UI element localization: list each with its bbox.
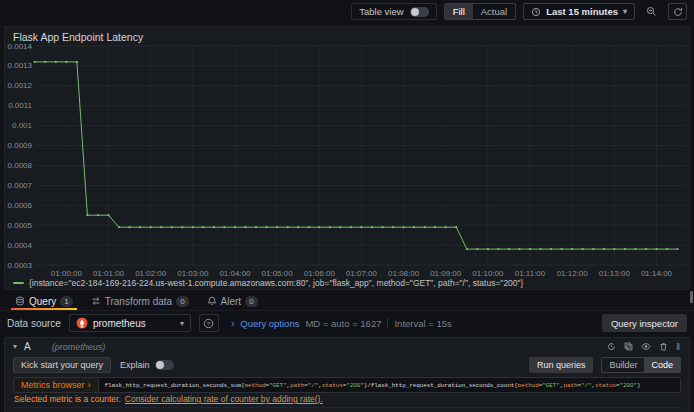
svg-text:0.001: 0.001 bbox=[12, 121, 33, 130]
metrics-browser-button[interactable]: Metrics browser › bbox=[14, 378, 99, 392]
datasource-help-button[interactable]: ? bbox=[199, 314, 219, 332]
svg-text:0.0007: 0.0007 bbox=[8, 181, 33, 190]
datasource-picker[interactable]: prometheus ▾ bbox=[69, 314, 191, 332]
builder-button[interactable]: Builder bbox=[602, 358, 644, 372]
datasource-label: Data source bbox=[7, 318, 61, 329]
code-button[interactable]: Code bbox=[644, 358, 680, 372]
table-view-toggle[interactable] bbox=[410, 7, 429, 17]
datasource-name: prometheus bbox=[93, 318, 146, 329]
svg-text:01:14:00: 01:14:00 bbox=[641, 269, 673, 278]
svg-text:01:10:00: 01:10:00 bbox=[472, 269, 504, 278]
meta-divider bbox=[387, 318, 388, 329]
query-inspector-button[interactable]: Query inspector bbox=[602, 314, 687, 332]
eye-icon[interactable] bbox=[641, 342, 651, 351]
editor-tabs: Query 1 Transform data 0 Alert 0 bbox=[0, 292, 694, 311]
panel-editor-toolbar: Table view Fill Actual Last 15 minutes ▾ bbox=[0, 0, 694, 23]
tab-alert[interactable]: Alert 0 bbox=[198, 292, 267, 310]
query-row-header[interactable]: ▾ A (prometheus) ‖ bbox=[5, 338, 689, 355]
angle-right-icon: › bbox=[88, 380, 91, 390]
zoom-out-button[interactable] bbox=[642, 3, 661, 20]
builder-code-group: Builder Code bbox=[601, 357, 681, 373]
svg-text:0.0009: 0.0009 bbox=[8, 141, 33, 150]
svg-text:?: ? bbox=[207, 320, 211, 326]
svg-text:01:01:00: 01:01:00 bbox=[93, 269, 125, 278]
svg-text:0.0003: 0.0003 bbox=[8, 261, 33, 270]
history-icon[interactable] bbox=[607, 342, 616, 351]
tab-transform-data[interactable]: Transform data 0 bbox=[82, 292, 198, 310]
datasource-row: Data source prometheus ▾ ? › Query optio… bbox=[7, 313, 687, 333]
table-view-group: Table view bbox=[351, 3, 436, 20]
explain-group: Explain bbox=[120, 360, 174, 370]
svg-text:01:12:00: 01:12:00 bbox=[557, 269, 589, 278]
query-row-actions: ‖ bbox=[607, 342, 681, 352]
actual-button[interactable]: Actual bbox=[473, 4, 515, 19]
svg-text:01:08:00: 01:08:00 bbox=[388, 269, 420, 278]
svg-text:01:04:00: 01:04:00 bbox=[219, 269, 251, 278]
svg-text:01:13:00: 01:13:00 bbox=[599, 269, 631, 278]
svg-text:0.0012: 0.0012 bbox=[8, 81, 33, 90]
max-data-points-meta: MD = auto = 1627 bbox=[305, 318, 381, 329]
database-icon bbox=[15, 296, 25, 306]
refresh-icon bbox=[673, 7, 683, 17]
legend-series-swatch bbox=[13, 282, 24, 284]
metrics-browser-label: Metrics browser bbox=[21, 380, 85, 390]
legend-series-label: {instance="ec2-184-169-216-224.us-west-1… bbox=[29, 278, 523, 288]
time-range-label: Last 15 minutes bbox=[546, 6, 618, 17]
tab-alert-label: Alert bbox=[221, 296, 242, 307]
svg-text:01:06:00: 01:06:00 bbox=[304, 269, 336, 278]
clock-icon bbox=[531, 7, 541, 17]
timeseries-panel: Flask App Endpoint Latency 01:00:0001:01… bbox=[4, 26, 690, 290]
chart-legend[interactable]: {instance="ec2-184-169-216-224.us-west-1… bbox=[13, 278, 523, 288]
trash-icon[interactable] bbox=[659, 342, 668, 351]
chevron-down-icon: ▾ bbox=[180, 319, 184, 328]
explain-label: Explain bbox=[120, 360, 150, 370]
tab-query[interactable]: Query 1 bbox=[6, 292, 82, 310]
query-options-toggle[interactable]: › Query options MD = auto = 1627 Interva… bbox=[231, 318, 452, 329]
zoom-out-icon bbox=[646, 6, 657, 17]
svg-text:01:05:00: 01:05:00 bbox=[262, 269, 294, 278]
warning-text: Selected metric is a counter. bbox=[14, 394, 121, 404]
chevron-down-icon[interactable]: ▾ bbox=[13, 342, 17, 351]
query-toolbar-right: Run queries Builder Code bbox=[529, 357, 681, 373]
promql-query[interactable]: flask_http_request_duration_seconds_sum{… bbox=[99, 378, 680, 392]
latency-chart[interactable]: 01:00:0001:01:0001:02:0001:03:0001:04:00… bbox=[5, 27, 691, 291]
drag-handle[interactable]: ‖ bbox=[676, 342, 681, 352]
run-queries-button[interactable]: Run queries bbox=[529, 357, 594, 373]
svg-text:01:07:00: 01:07:00 bbox=[346, 269, 378, 278]
svg-text:0.0006: 0.0006 bbox=[8, 201, 33, 210]
svg-text:01:02:00: 01:02:00 bbox=[135, 269, 167, 278]
warning-rate-link[interactable]: Consider calculating rate of counter by … bbox=[125, 394, 323, 404]
fill-button[interactable]: Fill bbox=[445, 4, 473, 19]
scrollbar-thumb[interactable] bbox=[690, 291, 693, 303]
interval-meta: Interval = 15s bbox=[394, 318, 451, 329]
fill-actual-group: Fill Actual bbox=[444, 3, 517, 20]
svg-text:0.0013: 0.0013 bbox=[8, 61, 33, 70]
tab-transform-count: 0 bbox=[176, 296, 188, 307]
angle-right-icon: › bbox=[231, 318, 234, 329]
kick-start-query-button[interactable]: Kick start your query bbox=[13, 357, 111, 373]
time-range-picker[interactable]: Last 15 minutes ▾ bbox=[523, 3, 635, 20]
promql-editor: Metrics browser › flask_http_request_dur… bbox=[13, 377, 681, 393]
tab-transform-label: Transform data bbox=[105, 296, 172, 307]
transform-icon bbox=[91, 296, 101, 306]
svg-text:01:09:00: 01:09:00 bbox=[430, 269, 462, 278]
svg-text:0.0008: 0.0008 bbox=[8, 161, 33, 170]
refresh-button[interactable] bbox=[668, 3, 687, 20]
svg-text:0.0005: 0.0005 bbox=[8, 221, 33, 230]
query-datasource-hint: (prometheus) bbox=[52, 342, 106, 352]
query-ref-id: A bbox=[24, 341, 31, 352]
query-options-footer: › Options Legend: AutoFormat: Time serie… bbox=[13, 407, 681, 412]
tab-query-count: 1 bbox=[60, 296, 72, 307]
query-editor-card: ▾ A (prometheus) ‖ Kick start your query… bbox=[4, 337, 690, 412]
svg-text:0.0014: 0.0014 bbox=[8, 42, 33, 51]
question-circle-icon: ? bbox=[203, 318, 214, 329]
bell-icon bbox=[207, 296, 217, 306]
tab-alert-count: 0 bbox=[245, 296, 257, 307]
prometheus-icon bbox=[76, 317, 88, 329]
explain-toggle[interactable] bbox=[155, 360, 174, 370]
svg-text:01:00:00: 01:00:00 bbox=[51, 269, 83, 278]
copy-icon[interactable] bbox=[624, 342, 633, 351]
svg-text:01:11:00: 01:11:00 bbox=[515, 269, 546, 278]
tab-query-label: Query bbox=[29, 296, 56, 307]
query-options-label: Query options bbox=[240, 318, 299, 329]
